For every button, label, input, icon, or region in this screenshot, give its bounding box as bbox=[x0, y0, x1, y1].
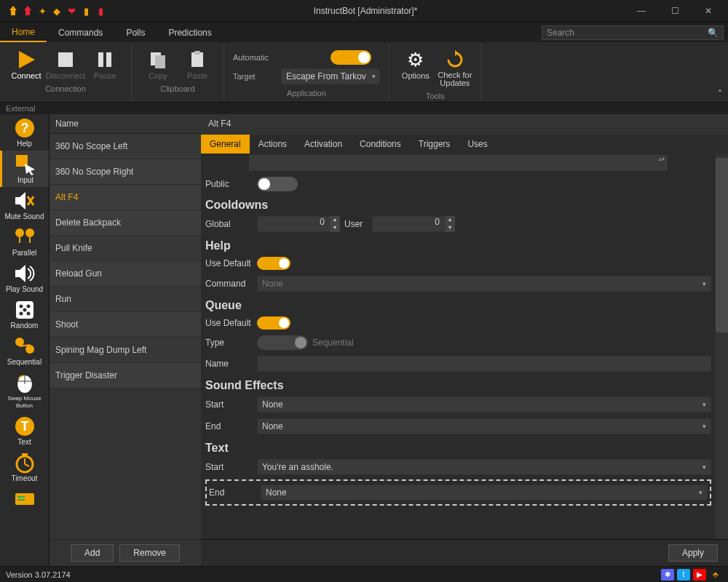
help-command-dropdown[interactable]: None bbox=[257, 276, 711, 292]
title-bar: ✦ ◆ ❤ ▮ ▮ InstructBot [Administrator]* —… bbox=[0, 0, 728, 22]
refresh-icon bbox=[443, 48, 467, 71]
queue-name-input[interactable] bbox=[257, 356, 711, 372]
svg-point-26 bbox=[25, 345, 34, 354]
svg-marker-14 bbox=[25, 164, 35, 175]
svg-point-21 bbox=[26, 305, 30, 308]
user-cooldown-input[interactable]: 0▲▼ bbox=[372, 216, 455, 232]
quick-launch-icons: ✦ ◆ ❤ ▮ ▮ bbox=[3, 5, 106, 17]
ql-icon-6[interactable]: ▮ bbox=[80, 5, 92, 17]
automatic-toggle[interactable] bbox=[331, 50, 371, 65]
text-end-dropdown[interactable]: None bbox=[261, 485, 708, 501]
search-icon: 🔍 bbox=[708, 28, 719, 38]
svg-point-25 bbox=[15, 338, 24, 346]
ql-icon-2[interactable] bbox=[22, 5, 33, 17]
remove-button[interactable]: Remove bbox=[119, 544, 180, 562]
search-input[interactable]: Search 🔍 bbox=[542, 25, 724, 40]
tab-general[interactable]: General bbox=[201, 135, 250, 154]
vtb-more[interactable] bbox=[0, 485, 49, 513]
sfx-end-dropdown[interactable]: None bbox=[257, 418, 711, 434]
ql-icon-4[interactable]: ◆ bbox=[51, 5, 63, 17]
svg-marker-1 bbox=[24, 6, 31, 15]
svg-marker-2 bbox=[19, 51, 35, 68]
copy-button[interactable]: Copy bbox=[139, 47, 177, 81]
detail-body: Public Cooldowns Global 0▲▼ User 0▲▼ Hel… bbox=[201, 154, 716, 539]
detail-panel: Alt F4 General Actions Activation Condit… bbox=[201, 114, 728, 566]
close-button[interactable]: ✕ bbox=[692, 0, 725, 22]
svg-rect-33 bbox=[17, 496, 25, 498]
vtb-parallel[interactable]: Parallel bbox=[0, 223, 49, 260]
pause-button[interactable]: Pause bbox=[86, 47, 124, 81]
global-cooldown-input[interactable]: 0▲▼ bbox=[257, 216, 340, 232]
tab-uses[interactable]: Uses bbox=[459, 135, 496, 154]
search-placeholder: Search bbox=[547, 28, 708, 38]
apply-button[interactable]: Apply bbox=[668, 544, 718, 562]
maximize-button[interactable]: ☐ bbox=[658, 0, 692, 22]
vtb-swap[interactable]: Swap Mouse Button bbox=[0, 369, 49, 412]
ql-icon-1[interactable] bbox=[7, 5, 19, 17]
vtb-play-sound[interactable]: Play Sound bbox=[0, 260, 49, 296]
list-item[interactable]: 360 No Scope Left bbox=[50, 134, 201, 159]
ql-icon-3[interactable]: ✦ bbox=[36, 5, 48, 17]
tray-icons: ✱ t ▶ ⬘ bbox=[661, 569, 722, 581]
tab-triggers[interactable]: Triggers bbox=[410, 135, 459, 154]
discord-icon[interactable]: ✱ bbox=[661, 569, 674, 581]
list-item[interactable]: 360 No Scope Right bbox=[50, 159, 201, 185]
text-start-dropdown[interactable]: You're an asshole. bbox=[257, 459, 711, 475]
add-button[interactable]: Add bbox=[71, 544, 114, 562]
ql-icon-7[interactable]: ▮ bbox=[95, 5, 106, 17]
list-item[interactable]: Delete Backpack bbox=[50, 210, 201, 236]
disconnect-button[interactable]: Disconnect bbox=[47, 47, 84, 81]
vtb-sequential[interactable]: Sequential bbox=[0, 332, 49, 369]
detail-scrollbar[interactable] bbox=[716, 154, 728, 539]
list-item[interactable]: Reload Gun bbox=[50, 261, 201, 287]
tab-actions[interactable]: Actions bbox=[250, 135, 296, 154]
vtb-random[interactable]: Random bbox=[0, 296, 49, 332]
twitter-icon[interactable]: t bbox=[677, 569, 690, 581]
list-item[interactable]: Run bbox=[50, 287, 201, 312]
svg-point-22 bbox=[19, 312, 23, 316]
text-header: Text bbox=[205, 437, 711, 456]
list-item[interactable]: Shoot bbox=[50, 312, 201, 338]
tab-conditions[interactable]: Conditions bbox=[351, 135, 410, 154]
svg-rect-5 bbox=[106, 52, 111, 67]
items-header: Name bbox=[50, 114, 201, 134]
vtb-mute[interactable]: Mute Sound bbox=[0, 187, 49, 223]
queue-type-toggle[interactable]: Sequential bbox=[257, 335, 354, 350]
check-updates-button[interactable]: Check for Updates bbox=[436, 47, 474, 89]
vtb-text[interactable]: TText bbox=[0, 412, 49, 449]
ql-icon-5[interactable]: ❤ bbox=[66, 5, 77, 17]
sfx-header: Sound Effects bbox=[205, 375, 711, 394]
vtb-help[interactable]: ?Help bbox=[0, 114, 49, 151]
app-icon[interactable]: ⬘ bbox=[709, 569, 722, 581]
queue-default-toggle[interactable] bbox=[257, 316, 290, 330]
youtube-icon[interactable]: ▶ bbox=[693, 569, 706, 581]
paste-button[interactable]: Paste bbox=[178, 47, 216, 81]
minimize-button[interactable]: — bbox=[625, 0, 658, 22]
svg-point-20 bbox=[19, 305, 23, 308]
tab-activation[interactable]: Activation bbox=[296, 135, 351, 154]
ribbon-collapse-button[interactable]: ˄ bbox=[718, 89, 722, 99]
items-list: 360 No Scope Left 360 No Scope Right Alt… bbox=[50, 134, 201, 539]
svg-point-17 bbox=[25, 228, 34, 237]
list-item[interactable]: Alt F4 bbox=[50, 185, 201, 210]
menu-predictions[interactable]: Predictions bbox=[157, 23, 223, 42]
list-item[interactable]: Spining Mag Dump Left bbox=[50, 338, 201, 363]
menu-commands[interactable]: Commands bbox=[47, 23, 114, 42]
cooldowns-header: Cooldowns bbox=[205, 194, 711, 213]
vtb-timeout[interactable]: Timeout bbox=[0, 449, 49, 485]
overflow-field[interactable] bbox=[249, 155, 668, 171]
help-default-toggle[interactable] bbox=[257, 257, 290, 270]
svg-point-24 bbox=[23, 308, 26, 312]
target-dropdown[interactable]: Escape From Tarkov bbox=[281, 68, 380, 84]
options-button[interactable]: ⚙ Options bbox=[397, 47, 435, 89]
list-item[interactable]: Trigger Disaster bbox=[50, 363, 201, 388]
svg-marker-15 bbox=[15, 192, 25, 210]
list-item[interactable]: Pull Knife bbox=[50, 236, 201, 261]
version-text: Version 3.07.2174 bbox=[6, 570, 71, 579]
sfx-start-dropdown[interactable]: None bbox=[257, 396, 711, 412]
menu-polls[interactable]: Polls bbox=[114, 23, 157, 42]
connect-button[interactable]: Connect bbox=[7, 47, 45, 81]
public-toggle[interactable] bbox=[257, 177, 298, 191]
vtb-input[interactable]: Input bbox=[0, 151, 49, 187]
menu-home[interactable]: Home bbox=[0, 23, 47, 42]
